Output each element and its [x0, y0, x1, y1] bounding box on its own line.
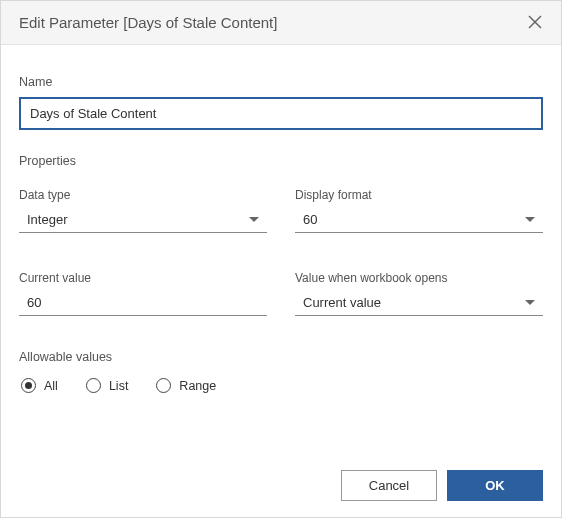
properties-row-1: Data type Integer Display format 60 [19, 188, 543, 233]
data-type-select[interactable]: Integer [19, 208, 267, 233]
properties-row-2: Current value 60 Value when workbook ope… [19, 271, 543, 316]
radio-list-label: List [109, 379, 128, 393]
value-on-open-field: Value when workbook opens Current value [295, 271, 543, 316]
radio-icon [86, 378, 101, 393]
dialog-header: Edit Parameter [Days of Stale Content] [1, 1, 561, 45]
name-label: Name [19, 75, 543, 89]
data-type-value: Integer [27, 212, 67, 227]
value-on-open-value: Current value [303, 295, 381, 310]
chevron-down-icon [525, 217, 535, 222]
display-format-field: Display format 60 [295, 188, 543, 233]
radio-icon [156, 378, 171, 393]
radio-range[interactable]: Range [156, 378, 216, 393]
value-on-open-label: Value when workbook opens [295, 271, 543, 285]
dialog-title: Edit Parameter [Days of Stale Content] [19, 14, 277, 31]
chevron-down-icon [525, 300, 535, 305]
data-type-field: Data type Integer [19, 188, 267, 233]
properties-heading: Properties [19, 154, 543, 168]
close-icon [528, 15, 542, 29]
radio-icon-checked [21, 378, 36, 393]
value-on-open-select[interactable]: Current value [295, 291, 543, 316]
data-type-label: Data type [19, 188, 267, 202]
dialog-body: Name Properties Data type Integer Displa… [1, 45, 561, 517]
display-format-value: 60 [303, 212, 317, 227]
edit-parameter-dialog: Edit Parameter [Days of Stale Content] N… [0, 0, 562, 518]
display-format-select[interactable]: 60 [295, 208, 543, 233]
ok-button[interactable]: OK [447, 470, 543, 501]
spacer [19, 393, 543, 470]
current-value-field: Current value 60 [19, 271, 267, 316]
close-button[interactable] [527, 15, 543, 31]
radio-all[interactable]: All [21, 378, 58, 393]
current-value-input[interactable]: 60 [19, 291, 267, 316]
dialog-footer: Cancel OK [19, 470, 543, 503]
name-input[interactable] [19, 97, 543, 130]
radio-all-label: All [44, 379, 58, 393]
cancel-button[interactable]: Cancel [341, 470, 437, 501]
display-format-label: Display format [295, 188, 543, 202]
current-value-label: Current value [19, 271, 267, 285]
radio-range-label: Range [179, 379, 216, 393]
radio-list[interactable]: List [86, 378, 128, 393]
chevron-down-icon [249, 217, 259, 222]
allowable-values-label: Allowable values [19, 350, 543, 364]
allowable-values-group: All List Range [19, 378, 543, 393]
